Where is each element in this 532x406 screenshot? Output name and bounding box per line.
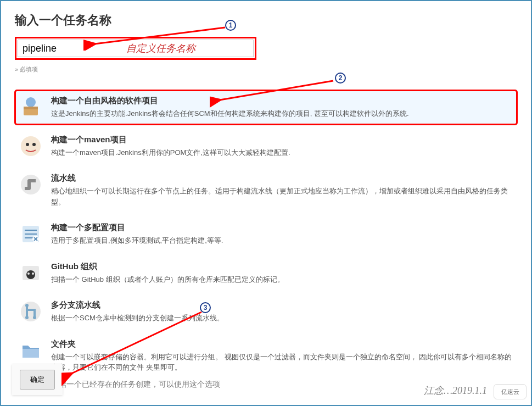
brand-logo: 亿速云	[494, 384, 527, 399]
ok-button[interactable]: 确定	[20, 370, 55, 390]
pipeline-icon	[19, 173, 42, 196]
option-title: 构建一个maven项目	[51, 135, 513, 145]
option-title: 构建一个多配置项目	[51, 223, 513, 233]
svg-point-19	[33, 316, 36, 319]
option-desc: 构建一个maven项目.Jenkins利用你的POM文件,这样可以大大减轻构建配…	[51, 147, 513, 158]
watermark-text: 江念…2019.1.1	[424, 384, 487, 397]
project-type-list: 构建一个自由风格的软件项目这是Jenkins的主要功能.Jenkins将会结合任…	[15, 90, 517, 379]
svg-point-0	[26, 97, 36, 107]
project-type-github-org[interactable]: GitHub 组织扫描一个 GitHub 组织（或者个人账户）的所有仓库来匹配已…	[15, 256, 517, 291]
github-icon	[19, 262, 42, 285]
svg-point-13	[26, 270, 35, 279]
project-type-freestyle[interactable]: 构建一个自由风格的软件项目这是Jenkins的主要功能.Jenkins将会结合任…	[15, 90, 517, 125]
svg-rect-20	[23, 349, 39, 358]
required-hint: » 必填项	[15, 65, 517, 74]
multiconfig-icon	[19, 223, 42, 246]
option-title: 文件夹	[51, 339, 513, 349]
option-desc: 精心地组织一个可以长期运行在多个节点上的任务。适用于构建流水线（更加正式地应当称…	[51, 186, 513, 207]
project-type-pipeline[interactable]: 流水线精心地组织一个可以长期运行在多个节点上的任务。适用于构建流水线（更加正式地…	[15, 168, 517, 213]
step-marker-2: 2	[335, 73, 346, 84]
option-title: 构建一个自由风格的软件项目	[51, 96, 513, 106]
option-desc: 适用于多配置项目,例如多环境测试,平台指定构建,等等.	[51, 235, 513, 246]
folder-icon	[19, 339, 42, 362]
svg-point-14	[27, 272, 30, 275]
project-type-multiconfig[interactable]: 构建一个多配置项目适用于多配置项目,例如多环境测试,平台指定构建,等等.	[15, 217, 517, 252]
svg-rect-2	[24, 107, 38, 109]
option-desc: 创建一个可以嵌套存储的容器。利用它可以进行分组。 视图仅仅是一个过滤器，而文件夹…	[51, 352, 513, 373]
svg-point-16	[21, 302, 41, 321]
option-desc: 根据一个SCM仓库中检测到的分支创建一系列流水线。	[51, 313, 513, 324]
project-type-multibranch[interactable]: 多分支流水线根据一个SCM仓库中检测到的分支创建一系列流水线。	[15, 294, 517, 329]
option-desc: 这是Jenkins的主要功能.Jenkins将会结合任何SCM和任何构建系统来构…	[51, 108, 513, 119]
project-type-folder[interactable]: 文件夹创建一个可以嵌套存储的容器。利用它可以进行分组。 视图仅仅是一个过滤器，而…	[15, 333, 517, 379]
step-marker-3: 3	[200, 302, 211, 313]
svg-point-3	[21, 136, 41, 156]
svg-point-15	[32, 272, 34, 275]
svg-point-4	[26, 143, 29, 146]
svg-point-5	[32, 143, 36, 146]
svg-point-18	[25, 316, 29, 319]
option-title: 流水线	[51, 173, 513, 183]
option-title: 多分支流水线	[51, 300, 513, 310]
box-icon	[19, 96, 42, 119]
annotation-custom-name: 自定义任务名称	[126, 42, 195, 55]
submit-bar: 确定	[12, 364, 63, 395]
option-title: GitHub 组织	[51, 262, 513, 272]
project-type-maven[interactable]: 构建一个maven项目构建一个maven项目.Jenkins利用你的POM文件,…	[15, 129, 517, 164]
multibranch-icon	[19, 300, 42, 323]
svg-point-17	[25, 304, 29, 307]
option-desc: 扫描一个 GitHub 组织（或者个人账户）的所有仓库来匹配已定义的标记。	[51, 274, 513, 285]
maven-icon	[19, 135, 42, 158]
page-heading: 输入一个任务名称	[15, 12, 517, 29]
step-marker-1: 1	[225, 20, 236, 31]
